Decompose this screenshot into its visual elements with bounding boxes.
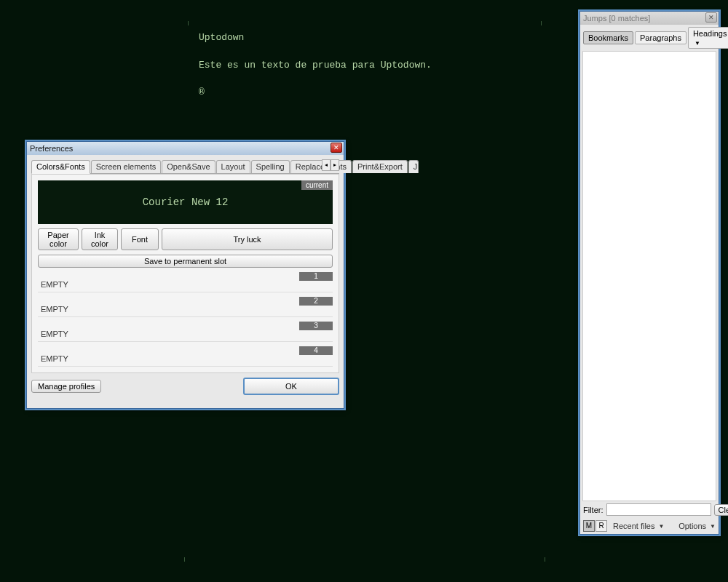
save-to-slot-button[interactable]: Save to permanent slot <box>38 255 333 268</box>
jumps-footer: M R Recent files ▼ Options ▼ <box>580 518 719 534</box>
close-icon[interactable]: ✕ <box>705 12 717 23</box>
slot-2[interactable]: 2 EMPTY <box>38 298 333 317</box>
segment-bookmarks[interactable]: Bookmarks <box>583 31 633 44</box>
margin-mark-right-top <box>541 21 542 25</box>
toggle-m[interactable]: M <box>583 520 595 532</box>
preferences-dialog: Preferences ✕ Colors&Fonts Screen elemen… <box>26 141 344 409</box>
margin-mark-right-bottom <box>545 557 545 562</box>
recent-files-dropdown[interactable]: Recent files ▼ <box>613 522 664 530</box>
jumps-filter-row: Filter: Clear <box>580 501 719 518</box>
slot-4[interactable]: 4 EMPTY <box>38 348 333 367</box>
try-luck-button[interactable]: Try luck <box>162 228 333 250</box>
slot-3[interactable]: 3 EMPTY <box>38 323 333 342</box>
chevron-down-icon: ▼ <box>710 523 716 530</box>
preferences-tabstrip: Colors&Fonts Screen elements Open&Save L… <box>31 159 339 174</box>
jumps-panel: Jumps [0 matches] ✕ Bookmarks Paragraphs… <box>579 11 719 535</box>
tab-print-export[interactable]: Print&Export <box>352 160 408 173</box>
font-button[interactable]: Font <box>121 228 159 250</box>
mr-toggle-group: M R <box>583 520 607 532</box>
editor-line-1[interactable]: Uptodown <box>199 32 244 43</box>
jumps-list[interactable] <box>582 51 716 501</box>
editor-symbol[interactable]: ® <box>199 87 205 97</box>
slot-num-4: 4 <box>299 346 333 355</box>
tab-scroll-left-icon[interactable]: ◂ <box>322 159 331 171</box>
options-dropdown[interactable]: Options ▼ <box>678 522 716 530</box>
close-icon[interactable]: ✕ <box>331 143 342 153</box>
margin-mark-left-top <box>188 21 189 25</box>
jumps-titlebar[interactable]: Jumps [0 matches] ✕ <box>580 12 719 25</box>
font-preview: current Courier New 12 <box>38 180 333 224</box>
ok-button[interactable]: OK <box>243 378 339 395</box>
font-preview-text: Courier New 12 <box>143 196 229 208</box>
tab-screen-elements[interactable]: Screen elements <box>91 160 162 173</box>
tab-replacements[interactable]: Replacements <box>290 160 352 173</box>
segment-headings-label: Headings <box>693 29 727 38</box>
preferences-bottom-row: Manage profiles OK <box>31 378 339 395</box>
slot-1[interactable]: 1 EMPTY <box>38 274 333 292</box>
preferences-title: Preferences <box>30 144 73 153</box>
editor-line-2[interactable]: Este es un texto de prueba para Uptodown… <box>199 60 432 71</box>
slot-num-1: 1 <box>299 272 333 281</box>
colors-fonts-panel: current Courier New 12 Paper color Ink c… <box>31 174 339 373</box>
tab-colors-fonts[interactable]: Colors&Fonts <box>31 160 90 174</box>
jumps-title: Jumps [0 matches] <box>583 14 650 23</box>
segment-headings[interactable]: Headings ▼ <box>688 27 728 49</box>
tab-scroll-controls: ◂ ▸ <box>322 159 339 171</box>
slot-label-2: EMPTY <box>41 305 68 314</box>
segment-paragraphs[interactable]: Paragraphs <box>635 31 687 44</box>
options-label: Options <box>678 522 706 530</box>
toggle-r[interactable]: R <box>596 520 607 532</box>
slot-num-3: 3 <box>299 322 333 330</box>
tab-open-save[interactable]: Open&Save <box>162 160 215 173</box>
filter-label: Filter: <box>583 506 604 514</box>
recent-files-label: Recent files <box>613 522 654 530</box>
tab-scroll-right-icon[interactable]: ▸ <box>331 159 339 171</box>
color-font-button-row: Paper color Ink color Font Try luck <box>38 228 333 250</box>
chevron-down-icon: ▼ <box>658 523 664 530</box>
current-badge: current <box>301 180 333 190</box>
margin-mark-left-bottom <box>184 557 185 562</box>
slot-label-3: EMPTY <box>41 330 68 338</box>
slot-num-2: 2 <box>299 297 333 306</box>
slot-label-1: EMPTY <box>41 280 68 289</box>
slot-label-4: EMPTY <box>41 354 68 363</box>
clear-button[interactable]: Clear <box>714 504 729 516</box>
chevron-down-icon: ▼ <box>695 40 700 47</box>
paper-color-button[interactable]: Paper color <box>38 228 79 250</box>
tab-layout[interactable]: Layout <box>216 160 250 173</box>
filter-input[interactable] <box>606 503 711 516</box>
tab-spelling[interactable]: Spelling <box>251 160 290 173</box>
tab-jump[interactable]: Jump <box>408 160 419 173</box>
preferences-titlebar[interactable]: Preferences ✕ <box>27 142 344 155</box>
ink-color-button[interactable]: Ink color <box>82 228 118 250</box>
jumps-segment-row: Bookmarks Paragraphs Headings ▼ <box>580 25 719 51</box>
manage-profiles-button[interactable]: Manage profiles <box>31 380 101 393</box>
